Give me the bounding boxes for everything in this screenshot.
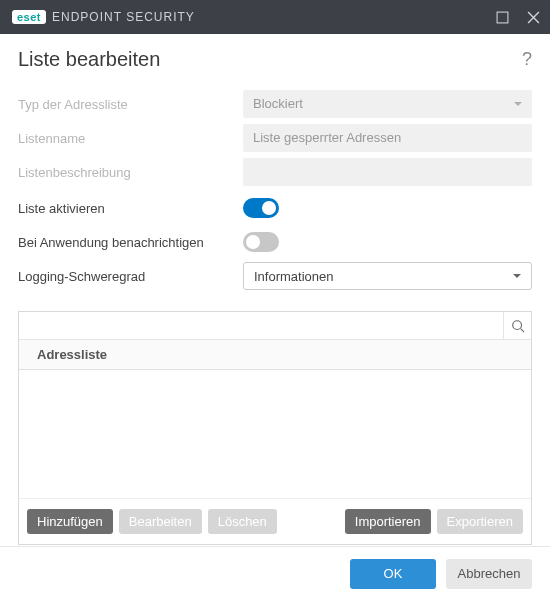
notify-label: Bei Anwendung benachrichtigen bbox=[18, 235, 243, 250]
brand-badge: eset bbox=[12, 10, 46, 24]
list-name-field: Liste gesperrter Adressen bbox=[243, 124, 532, 152]
address-list-header: Adressliste bbox=[19, 340, 531, 370]
app-logo: eset ENDPOINT SECURITY bbox=[12, 10, 195, 24]
notify-toggle[interactable] bbox=[243, 232, 279, 252]
address-type-value: Blockiert bbox=[253, 90, 303, 118]
export-button: Exportieren bbox=[437, 509, 523, 534]
log-severity-label: Logging-Schweregrad bbox=[18, 269, 243, 284]
ok-button[interactable]: OK bbox=[350, 559, 436, 589]
product-name: ENDPOINT SECURITY bbox=[52, 10, 195, 24]
list-name-value: Liste gesperrter Adressen bbox=[253, 124, 401, 152]
svg-point-3 bbox=[512, 320, 521, 329]
list-desc-field bbox=[243, 158, 532, 186]
import-button[interactable]: Importieren bbox=[345, 509, 431, 534]
add-button[interactable]: Hinzufügen bbox=[27, 509, 113, 534]
titlebar: eset ENDPOINT SECURITY bbox=[0, 0, 550, 34]
address-type-label: Typ der Adressliste bbox=[18, 97, 243, 112]
svg-line-4 bbox=[520, 328, 524, 332]
log-severity-select[interactable]: Informationen bbox=[243, 262, 532, 290]
address-list-body bbox=[19, 370, 531, 498]
page-title: Liste bearbeiten bbox=[18, 48, 160, 71]
help-icon[interactable]: ? bbox=[522, 49, 532, 70]
search-input[interactable] bbox=[19, 312, 503, 339]
list-desc-label: Listenbeschreibung bbox=[18, 165, 243, 180]
list-name-label: Listenname bbox=[18, 131, 243, 146]
dialog-footer: OK Abbrechen bbox=[0, 546, 550, 600]
maximize-icon[interactable] bbox=[496, 11, 509, 24]
close-icon[interactable] bbox=[527, 11, 540, 24]
svg-rect-0 bbox=[497, 12, 508, 23]
enable-list-toggle[interactable] bbox=[243, 198, 279, 218]
address-type-field: Blockiert bbox=[243, 90, 532, 118]
search-icon[interactable] bbox=[503, 312, 531, 339]
log-severity-value: Informationen bbox=[254, 269, 334, 284]
edit-button: Bearbeiten bbox=[119, 509, 202, 534]
enable-list-label: Liste aktivieren bbox=[18, 201, 243, 216]
delete-button: Löschen bbox=[208, 509, 277, 534]
address-list-panel: Adressliste Hinzufügen Bearbeiten Lösche… bbox=[18, 311, 532, 545]
cancel-button[interactable]: Abbrechen bbox=[446, 559, 532, 589]
